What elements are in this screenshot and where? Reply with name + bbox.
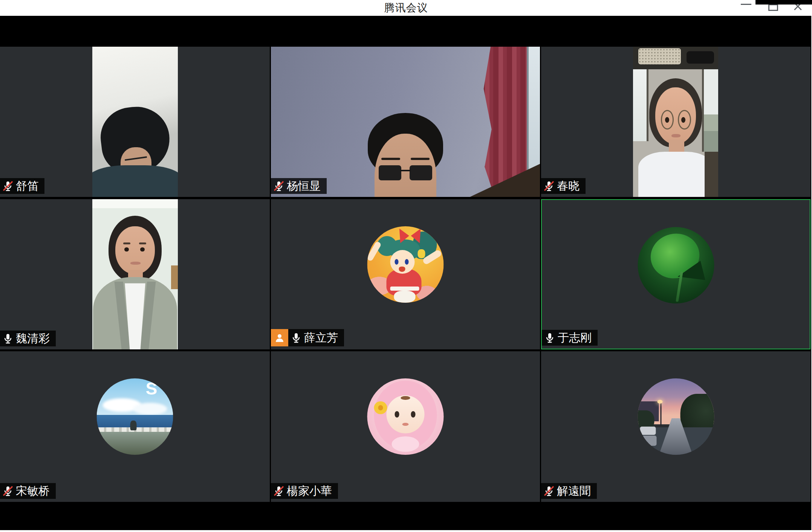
- mic-muted-icon: [2, 485, 14, 497]
- name-label: 解遠聞: [541, 483, 597, 499]
- name-label: 魏清彩: [0, 331, 56, 346]
- mic-muted-icon: [273, 180, 285, 192]
- name-label-row: 宋敏桥: [0, 483, 56, 499]
- video-feed: [271, 47, 540, 197]
- name-label-row: 解遠聞: [541, 483, 597, 499]
- participant-tile[interactable]: 薛立芳: [271, 199, 540, 349]
- participant-name: 解遠聞: [557, 485, 591, 497]
- titlebar-shade: [755, 0, 812, 5]
- participant-name: 魏清彩: [16, 332, 50, 345]
- name-label: 春晓: [541, 178, 586, 194]
- avatar: [638, 378, 714, 455]
- video-feed: [92, 199, 178, 349]
- name-label-row: 于志刚: [542, 330, 598, 346]
- mic-on-icon: [544, 332, 556, 344]
- minimize-button[interactable]: [738, 0, 754, 16]
- meeting-window: 腾讯会议 舒笛: [0, 0, 812, 532]
- window-edge: [0, 530, 812, 532]
- participant-name: 薛立芳: [304, 331, 338, 344]
- participant-name: 宋敏桥: [16, 485, 50, 497]
- avatar: [367, 226, 444, 303]
- participant-name: 杨恒显: [287, 180, 321, 192]
- mic-muted-icon: [543, 485, 555, 497]
- name-label-row: 春晓: [541, 178, 586, 194]
- participant-tile[interactable]: 魏清彩: [0, 199, 270, 349]
- participant-name: 舒笛: [16, 180, 38, 192]
- participant-name: 春晓: [557, 180, 580, 192]
- name-label: 宋敏桥: [0, 483, 56, 499]
- window-title: 腾讯会议: [0, 1, 812, 15]
- name-label-row: 魏清彩: [0, 331, 56, 346]
- avatar: [367, 378, 444, 455]
- mic-muted-icon: [2, 180, 14, 192]
- host-badge-icon: [271, 329, 288, 346]
- person-icon: [274, 332, 285, 343]
- name-label-row: 舒笛: [0, 178, 44, 194]
- mic-muted-icon: [543, 180, 555, 192]
- participant-tile-active-speaker[interactable]: 于志刚: [541, 199, 810, 349]
- titlebar: 腾讯会议: [0, 0, 812, 16]
- name-label: 于志刚: [542, 330, 598, 346]
- video-feed: [633, 47, 718, 197]
- participant-tile[interactable]: 舒笛: [0, 47, 270, 197]
- avatar: [638, 227, 714, 303]
- name-label-row: 薛立芳: [271, 329, 344, 346]
- name-label: 舒笛: [0, 178, 44, 194]
- participant-tile[interactable]: 杨恒显: [271, 47, 540, 197]
- video-feed: [92, 47, 178, 197]
- participant-tile[interactable]: 解遠聞: [541, 351, 810, 502]
- participant-tile[interactable]: S 宋敏桥: [0, 351, 270, 502]
- name-label: 楊家小華: [271, 483, 338, 499]
- avatar-watermark: S: [145, 378, 157, 399]
- mic-muted-icon: [273, 485, 285, 497]
- name-label: 杨恒显: [271, 178, 327, 194]
- mic-on-icon: [2, 332, 14, 345]
- participant-tile[interactable]: 春晓: [541, 47, 810, 197]
- participant-name: 于志刚: [558, 331, 592, 344]
- meeting-grid: 舒笛: [0, 16, 811, 530]
- minimize-icon: [741, 4, 751, 5]
- name-label-row: 杨恒显: [271, 178, 327, 194]
- participant-name: 楊家小華: [287, 485, 332, 497]
- participant-tile[interactable]: 楊家小華: [271, 351, 540, 502]
- mic-on-icon: [290, 332, 302, 344]
- maximize-icon: [768, 4, 778, 11]
- name-label: 薛立芳: [288, 329, 344, 346]
- name-label-row: 楊家小華: [271, 483, 338, 499]
- avatar: S: [97, 378, 173, 455]
